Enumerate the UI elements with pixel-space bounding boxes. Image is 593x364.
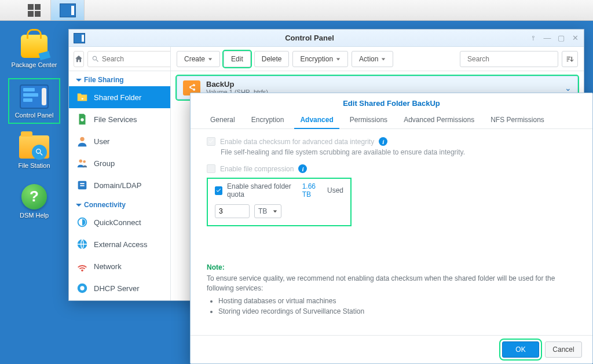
edit-shared-folder-dialog: Edit Shared Folder BackUp General Encryp…: [190, 93, 593, 364]
desktop-icons: Package Center Control Panel File Statio…: [8, 29, 60, 223]
svg-point-1: [80, 137, 84, 141]
info-icon[interactable]: i: [379, 137, 387, 146]
checkbox-file-compression: [207, 164, 215, 173]
checkbox-quota[interactable]: [215, 186, 222, 195]
desktop-label: DSM Help: [20, 212, 49, 219]
sidebar-item-quickconnect[interactable]: QuickConnect: [69, 211, 170, 233]
dialog-footer: OK Cancel: [191, 335, 592, 363]
create-button[interactable]: Create: [177, 51, 220, 67]
dhcp-icon: [76, 282, 89, 295]
desktop-package-center[interactable]: Package Center: [8, 29, 60, 72]
home-button[interactable]: [74, 51, 84, 67]
window-titlebar[interactable]: Control Panel ⫯ — ▢ ✕: [69, 30, 584, 47]
desktop-file-station[interactable]: File Station: [8, 130, 60, 173]
maximize-icon[interactable]: ▢: [557, 34, 565, 42]
svg-point-3: [83, 160, 86, 163]
desktop-dsm-help[interactable]: ? DSM Help: [8, 179, 60, 223]
note-text: To ensure service quality, we recommend …: [207, 274, 576, 293]
note-section: Note: To ensure service quality, we reco…: [207, 263, 576, 317]
info-icon[interactable]: i: [298, 164, 307, 173]
globe-icon: [76, 238, 89, 251]
sidebar-item-domain-ldap[interactable]: Domain/LDAP: [69, 174, 170, 196]
filter-input[interactable]: [467, 55, 554, 63]
dialog-title: Edit Shared Folder BackUp: [191, 93, 592, 111]
domain-icon: [76, 179, 89, 192]
caret-down-icon: [208, 57, 213, 61]
quota-used-value: 1.66 TB: [302, 182, 323, 198]
sidebar-item-network[interactable]: Network: [69, 255, 170, 277]
svg-point-9: [80, 286, 84, 290]
ok-button[interactable]: OK: [502, 341, 539, 358]
network-icon: [76, 260, 89, 273]
tab-permissions[interactable]: Permissions: [342, 111, 396, 128]
toolbar: Create Edit Delete Encryption Action: [171, 47, 584, 71]
sidebar-search-input[interactable]: [102, 55, 171, 63]
svg-point-2: [79, 160, 83, 163]
folder-icon: [19, 135, 49, 159]
help-icon: ?: [21, 184, 47, 209]
taskbar: [0, 0, 593, 21]
tab-nfs-permissions[interactable]: NFS Permissions: [482, 111, 552, 128]
note-title: Note:: [207, 263, 576, 271]
tab-encryption[interactable]: Encryption: [243, 111, 292, 128]
group-icon: [76, 157, 89, 170]
file-services-icon: [76, 113, 89, 126]
window-title: Control Panel: [90, 34, 529, 42]
quota-label: Enable shared folder quota: [227, 182, 298, 198]
checkbox-data-checksum: [207, 137, 215, 146]
tab-advanced-permissions[interactable]: Advanced Permissions: [396, 111, 482, 128]
action-button[interactable]: Action: [352, 51, 393, 67]
search-icon: [91, 55, 100, 63]
quota-unit-select[interactable]: TB: [254, 204, 281, 218]
sidebar-item-user[interactable]: User: [69, 130, 170, 152]
chevron-down-icon[interactable]: ⌄: [565, 83, 572, 93]
control-panel-icon: [20, 84, 49, 109]
sidebar-section-connectivity[interactable]: Connectivity: [69, 196, 170, 211]
pin-icon[interactable]: ⫯: [529, 34, 537, 42]
cancel-button[interactable]: Cancel: [545, 341, 582, 358]
filter-search[interactable]: [460, 51, 558, 67]
desktop-control-panel[interactable]: Control Panel: [8, 78, 60, 124]
checksum-label: Enable data checksum for advanced data i…: [220, 138, 374, 146]
note-item: Storing video recordings of Surveillance…: [218, 306, 576, 317]
sort-button[interactable]: [562, 51, 578, 67]
taskbar-apps-button[interactable]: [17, 0, 51, 20]
folder-name: BackUp: [206, 80, 268, 89]
bag-icon: [21, 35, 47, 58]
delete-button[interactable]: Delete: [254, 51, 290, 67]
sidebar-item-dhcp[interactable]: DHCP Server: [69, 277, 170, 299]
funnel-icon: [464, 55, 464, 63]
sidebar-item-shared-folder[interactable]: Shared Folder: [69, 86, 170, 108]
sort-icon: [565, 54, 574, 64]
control-panel-icon: [60, 3, 76, 17]
svg-point-0: [80, 118, 84, 122]
sidebar-item-file-services[interactable]: File Services: [69, 108, 170, 130]
svg-point-7: [81, 270, 83, 272]
edit-button[interactable]: Edit: [224, 51, 251, 67]
sidebar-item-group[interactable]: Group: [69, 152, 170, 174]
desktop-label: Control Panel: [15, 112, 54, 119]
tab-advanced[interactable]: Advanced: [292, 111, 341, 128]
note-item: Hosting databases or virtual machines: [218, 296, 576, 306]
close-icon[interactable]: ✕: [571, 34, 579, 42]
quota-value-input[interactable]: [215, 204, 250, 218]
home-icon: [74, 54, 83, 64]
sidebar: File Sharing Shared Folder File Services…: [69, 47, 171, 300]
user-icon: [76, 135, 89, 148]
quota-used-suffix: Used: [327, 186, 343, 194]
desktop-label: Package Center: [12, 61, 57, 69]
encryption-button[interactable]: Encryption: [292, 51, 348, 67]
control-panel-icon: [74, 33, 85, 43]
dialog-body: Enable data checksum for advanced data i…: [191, 129, 592, 335]
sidebar-item-external-access[interactable]: External Access: [69, 233, 170, 255]
sidebar-search[interactable]: [87, 51, 171, 67]
shared-folder-icon: [76, 91, 89, 104]
caret-down-icon: [273, 209, 277, 214]
tab-general[interactable]: General: [202, 111, 243, 128]
caret-down-icon: [336, 57, 341, 61]
sidebar-section-file-sharing[interactable]: File Sharing: [69, 71, 170, 86]
quota-section: Enable shared folder quota 1.66 TB Used …: [207, 178, 352, 226]
dialog-tabs: General Encryption Advanced Permissions …: [191, 111, 592, 129]
taskbar-control-panel-button[interactable]: [51, 0, 85, 20]
minimize-icon[interactable]: —: [543, 34, 551, 42]
